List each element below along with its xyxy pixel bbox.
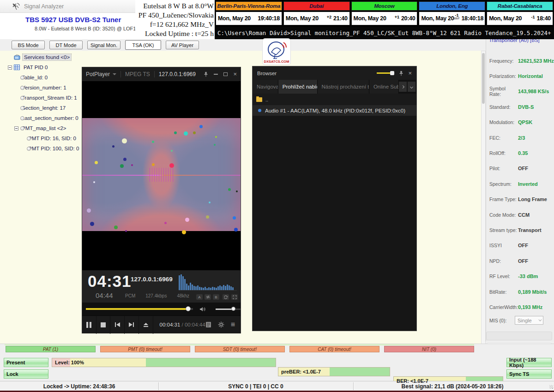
transponder-row-npd: NPD:OFF	[486, 253, 554, 268]
clock-moscow: MoscowMon, May 20+120:40	[351, 1, 418, 25]
video-dot	[95, 161, 98, 164]
tab-av-player[interactable]: AV Player	[166, 41, 199, 49]
video-dot	[123, 158, 126, 161]
volume-thumb[interactable]	[231, 307, 235, 311]
pin-icon[interactable]	[204, 71, 208, 77]
spectrum-bar	[225, 286, 226, 290]
tree-item-services-found-0[interactable]: Services found <0>	[6, 52, 80, 62]
clock-time-row: Mon, May 20+221:40	[283, 12, 350, 25]
audio-samplerate: 48khz	[177, 293, 189, 298]
transponder-label: Standard:	[489, 104, 518, 110]
seek-thumb[interactable]	[186, 306, 191, 311]
tab-tsa-ok[interactable]: TSA (OK)	[125, 40, 161, 50]
mis-label: MIS (0):	[489, 318, 515, 323]
speaker-icon[interactable]	[199, 307, 205, 312]
settings-gear-icon[interactable]	[218, 321, 224, 328]
next-button[interactable]	[125, 316, 139, 334]
clock-time: 19:40:18	[258, 15, 280, 22]
transponder-header: Transponder (A0) [BS]	[489, 39, 554, 43]
seek-bar[interactable]	[86, 308, 193, 310]
transponder-label: NPD:	[489, 258, 518, 264]
transponder-value: OFF	[518, 258, 528, 264]
browser-tab-navigovat[interactable]: Navigovat	[253, 80, 278, 94]
swap-icon[interactable]	[205, 294, 211, 300]
folder-up-row[interactable]: ..	[253, 94, 416, 105]
browser-tab-buttons	[399, 80, 416, 94]
clock-time: 18:40:18	[461, 15, 483, 22]
tree-item-label: PMT PID: 16, SID: 0	[27, 135, 78, 142]
video-dot	[87, 208, 91, 213]
transponder-value: Long Frame	[518, 196, 547, 202]
tree-item-section-lenght-17[interactable]: Section_lenght: 17	[6, 103, 80, 113]
maximize-icon[interactable]	[223, 72, 228, 76]
video-dot	[93, 181, 95, 183]
tab-signal-mon[interactable]: Signal Mon.	[87, 41, 120, 49]
potplayer-menu[interactable]: PotPlayer	[86, 71, 110, 77]
tree-item-pmt-pid-16-sid-0[interactable]: PMT PID: 16, SID: 0	[6, 133, 80, 143]
playlist-icon[interactable]	[205, 321, 211, 328]
tree-item-pmt-map-list-2[interactable]: PMT_map_list <2>	[6, 123, 80, 133]
up-directory[interactable]: ..	[265, 97, 268, 102]
transponder-value: OFF	[518, 166, 528, 171]
stop-button[interactable]	[96, 316, 111, 334]
eject-button[interactable]	[139, 316, 153, 334]
minimize-icon[interactable]	[214, 74, 218, 75]
volume-slider[interactable]	[216, 309, 241, 310]
tree-item-version-number-1[interactable]: Version_number: 1	[6, 83, 80, 93]
audio-track-label: Audio #1 - AAC(LATM), 48.0 kHz (PID:0x01…	[265, 108, 405, 113]
visualization-burst	[150, 168, 174, 182]
clock-london-eng: London, EngMon, May 20-1DST18:40:18	[419, 1, 485, 25]
close-icon[interactable]: ×	[233, 72, 237, 77]
browser-volume-slider[interactable]	[377, 72, 394, 74]
elapsed-time-display: 04:31	[88, 272, 132, 291]
mis-dropdown[interactable]: Single	[515, 316, 543, 325]
spectrum-bar	[227, 285, 228, 290]
ab-repeat-b-button[interactable]: B	[213, 294, 219, 300]
video-area[interactable]	[82, 81, 241, 270]
transponder-row-frequency: Frequency:12621,523 MHz	[486, 53, 554, 68]
tree-item-pat-pid-0[interactable]: PAT PID 0	[6, 62, 80, 72]
resize-grip[interactable]	[549, 385, 553, 389]
tree-item-last-section-number-0[interactable]: Last_section_number: 0	[6, 113, 80, 123]
transponder-row-rf-level: RF Level:-33 dBm	[486, 268, 554, 284]
video-dot	[169, 163, 174, 168]
browser-tab-n-stroj-proch-zen-titulk[interactable]: Nástroj procházení titulků	[318, 80, 369, 94]
tree-collapse-icon[interactable]	[14, 126, 18, 131]
pin-icon[interactable]	[399, 71, 403, 76]
browser-titlebar[interactable]: Browser ×	[253, 66, 416, 80]
fullscreen-icon[interactable]	[231, 294, 238, 300]
transponder-value: 143,988 KS/s	[518, 89, 549, 94]
chevron-down-icon	[538, 318, 542, 321]
scrollbar-thumb[interactable]	[482, 53, 485, 104]
vertical-scrollbar[interactable]	[481, 51, 486, 344]
mode-tabs: BS ModeDT ModeSignal Mon.TSA (OK)AV Play…	[0, 39, 482, 51]
potplayer-titlebar[interactable]: PotPlayer MPEG TS 127.0.0.1:6969 ×	[82, 67, 241, 81]
ab-repeat-a-button[interactable]: A	[196, 294, 203, 300]
close-icon[interactable]: ×	[408, 70, 412, 77]
video-dot	[131, 164, 133, 166]
previous-button[interactable]	[110, 316, 125, 334]
audio-track-item[interactable]: Audio #1 - AAC(LATM), 48.0 kHz (PID:0x01…	[253, 105, 416, 116]
tab-list-button[interactable]	[408, 82, 416, 92]
pause-button[interactable]	[82, 316, 96, 334]
tree-item-pmt-pid-100-sid-0[interactable]: PMT PID: 100, SID: 0	[6, 143, 80, 154]
transponder-value: Inverted	[518, 181, 538, 187]
clock-time-row: Mon, May 2019:40:18	[216, 12, 282, 25]
tab-dt-mode[interactable]: DT Mode	[49, 41, 83, 49]
clock-time: 18:40	[537, 15, 551, 22]
transponder-value: 0.35	[518, 150, 528, 156]
video-dot	[233, 216, 236, 220]
browser-tab-prohl-e-nab-dky[interactable]: Prohlížeč nabídky	[278, 80, 318, 94]
tab-bs-mode[interactable]: BS Mode	[12, 41, 45, 49]
loop-icon[interactable]	[223, 294, 229, 300]
browser-tab-online-subs[interactable]: Online Subs	[369, 80, 399, 94]
tree-item-transport-stream-id-1[interactable]: Transport_Stream ID: 1	[6, 93, 80, 103]
menu-icon[interactable]: ≡	[231, 321, 235, 329]
video-dot	[236, 190, 238, 192]
tree-item-table-id-0[interactable]: Table_Id: 0	[6, 72, 80, 83]
potplayer-window: PotPlayer MPEG TS 127.0.0.1:6969 × 04:31	[82, 67, 241, 333]
tree-collapse-icon[interactable]	[8, 65, 12, 70]
spectrum-bar	[221, 286, 223, 290]
tab-scroll-right-button[interactable]	[399, 82, 407, 92]
transponder-row-carrierwidth: CarrierWidth:0,193 MHz	[486, 299, 554, 315]
